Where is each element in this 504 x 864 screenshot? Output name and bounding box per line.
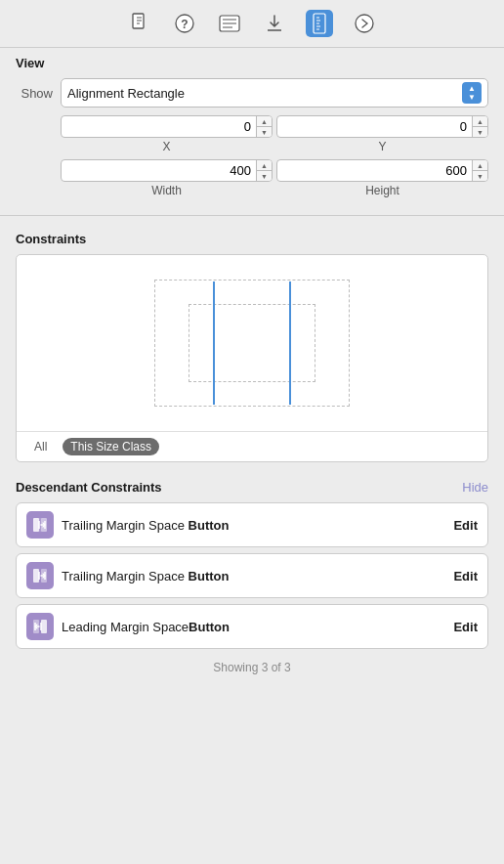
svg-text:?: ? — [181, 18, 188, 31]
dropdown-value: Alignment Rectangle — [67, 86, 185, 101]
dropdown-arrow-icon[interactable]: ▲ ▼ — [462, 82, 482, 104]
x-increment-btn[interactable]: ▲ — [257, 116, 272, 127]
x-stepper: ▲ ▼ — [256, 116, 272, 137]
y-input-wrapper: ▲ ▼ — [276, 115, 488, 138]
width-stepper: ▲ ▼ — [256, 160, 272, 181]
blue-line-left — [213, 281, 215, 405]
edit-button-1[interactable]: Edit — [453, 518, 478, 533]
show-label: Show — [16, 86, 53, 101]
showing-label: Showing 3 of 3 — [16, 655, 488, 684]
alignment-dropdown[interactable]: Alignment Rectangle ▲ ▼ — [61, 78, 488, 108]
hide-button[interactable]: Hide — [462, 480, 488, 495]
descendant-title: Descendant Constraints — [16, 480, 162, 495]
svg-rect-31 — [41, 620, 47, 633]
show-row: Show Alignment Rectangle ▲ ▼ — [16, 78, 488, 108]
width-label: Width — [151, 184, 182, 197]
descendant-header: Descendant Constraints Hide — [16, 480, 488, 495]
leading-margin-icon — [26, 613, 54, 640]
width-increment-btn[interactable]: ▲ — [257, 160, 272, 171]
constraint-text-1: Trailing Margin Space Button — [62, 518, 445, 533]
list-icon[interactable] — [216, 10, 243, 37]
xy-row: ▲ ▼ X ▲ ▼ Y — [16, 115, 488, 153]
help-icon[interactable]: ? — [171, 10, 198, 37]
view-constraints-divider — [0, 215, 504, 216]
size-class-toggle-row: All This Size Class — [17, 431, 487, 461]
file-icon[interactable] — [126, 10, 153, 37]
x-input-group: ▲ ▼ X — [61, 115, 273, 153]
height-input-wrapper: ▲ ▼ — [276, 159, 488, 182]
constraint-text-3: Leading Margin SpaceButton — [62, 620, 445, 634]
constraints-title: Constraints — [16, 232, 488, 246]
y-input[interactable] — [277, 116, 472, 137]
ruler-icon[interactable] — [306, 10, 333, 37]
canvas-area — [17, 255, 487, 431]
svg-point-17 — [356, 15, 373, 32]
height-input-group: ▲ ▼ Height — [276, 159, 488, 197]
width-input-group: ▲ ▼ Width — [61, 159, 273, 197]
size-class-toggle-btn[interactable]: This Size Class — [63, 438, 159, 455]
y-input-group: ▲ ▼ Y — [276, 115, 488, 153]
x-input[interactable] — [62, 116, 256, 137]
constraint-item-1: Trailing Margin Space Button Edit — [16, 502, 488, 547]
x-decrement-btn[interactable]: ▼ — [257, 127, 272, 137]
x-label: X — [162, 140, 170, 153]
forward-icon[interactable] — [351, 10, 378, 37]
descendant-constraints-section: Descendant Constraints Hide Trailing Mar… — [0, 472, 504, 690]
height-input[interactable] — [277, 160, 472, 181]
width-decrement-btn[interactable]: ▼ — [257, 171, 272, 181]
constraint-item-2: Trailing Margin Space Button Edit — [16, 553, 488, 598]
edit-button-2[interactable]: Edit — [453, 569, 478, 583]
constraints-section: Constraints All This Size Class — [0, 224, 504, 472]
height-decrement-btn[interactable]: ▼ — [473, 171, 487, 181]
x-input-wrapper: ▲ ▼ — [61, 115, 273, 138]
height-label: Height — [365, 184, 399, 197]
trailing-margin-icon-2 — [26, 562, 54, 589]
download-icon[interactable] — [261, 10, 288, 37]
constraints-canvas: All This Size Class — [16, 254, 488, 462]
y-increment-btn[interactable]: ▲ — [473, 116, 487, 127]
y-label: Y — [378, 140, 386, 153]
y-stepper: ▲ ▼ — [472, 116, 487, 137]
svg-rect-20 — [33, 518, 39, 532]
constraint-item-3: Leading Margin SpaceButton Edit — [16, 604, 488, 649]
all-toggle-btn[interactable]: All — [26, 438, 55, 455]
edit-button-3[interactable]: Edit — [453, 620, 478, 634]
wh-row: ▲ ▼ Width ▲ ▼ Height — [16, 159, 488, 197]
height-stepper: ▲ ▼ — [472, 160, 487, 181]
constraint-text-2: Trailing Margin Space Button — [62, 569, 445, 583]
svg-rect-25 — [33, 569, 39, 583]
height-increment-btn[interactable]: ▲ — [473, 160, 487, 171]
view-title: View — [16, 56, 488, 70]
blue-line-right — [289, 281, 291, 405]
width-input[interactable] — [62, 160, 256, 181]
view-section: View Show Alignment Rectangle ▲ ▼ ▲ ▼ X — [0, 48, 504, 207]
y-decrement-btn[interactable]: ▼ — [473, 127, 487, 137]
width-input-wrapper: ▲ ▼ — [61, 159, 273, 182]
inner-dashed-rect — [189, 304, 315, 382]
trailing-margin-icon-1 — [26, 511, 54, 539]
toolbar: ? — [0, 0, 504, 48]
